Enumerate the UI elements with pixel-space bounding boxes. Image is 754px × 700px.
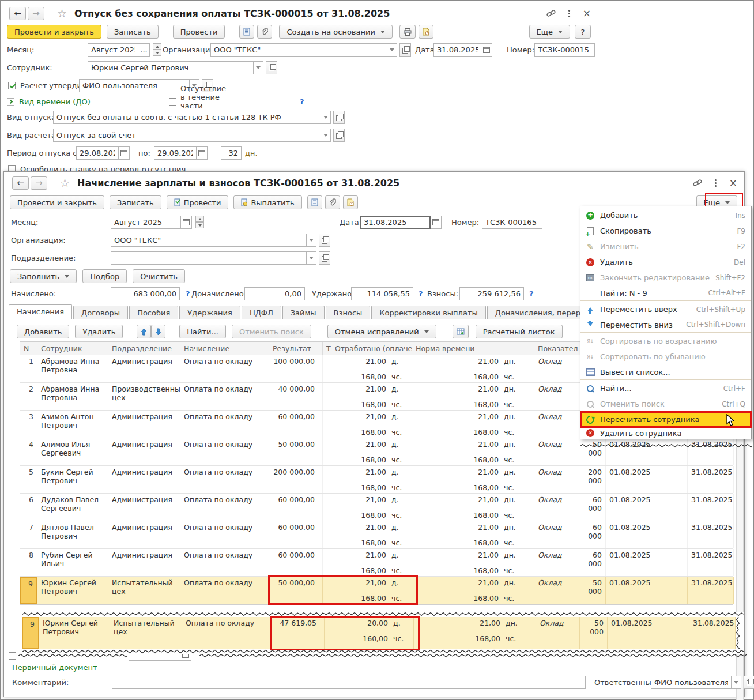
period-days-field[interactable] — [221, 146, 242, 160]
calc-kind-dropdown[interactable] — [321, 129, 331, 142]
leave-kind-open-button[interactable] — [333, 111, 345, 124]
pick-button[interactable]: Подбор — [82, 269, 127, 283]
absence-help-icon[interactable]: ? — [300, 97, 304, 106]
move-up-button[interactable] — [137, 325, 151, 338]
org-open-button[interactable] — [399, 43, 411, 57]
menu-item[interactable]: Удалить Del — [580, 254, 751, 270]
menu-item[interactable]: Переместить вниз Ctrl+Shift+Down — [580, 317, 751, 333]
employee-dropdown[interactable] — [254, 61, 263, 74]
row-add-button[interactable]: Добавить — [17, 325, 69, 338]
leave-kind-dropdown[interactable] — [321, 111, 331, 124]
forward-button-2[interactable]: → — [31, 176, 47, 190]
withheld-help-icon[interactable]: ? — [419, 289, 423, 298]
pay-slip-button[interactable]: Расчетный листок — [476, 325, 563, 338]
menu-item[interactable]: Сортировать по убыванию — [580, 349, 751, 364]
menu-item[interactable]: Изменить F2 — [580, 239, 751, 254]
comment-input[interactable] — [112, 676, 586, 689]
department-field[interactable] — [111, 251, 307, 265]
column-header[interactable]: Начисление — [180, 342, 269, 355]
forward-button[interactable]: → — [28, 7, 44, 20]
period-from-field[interactable] — [76, 146, 119, 160]
responsible-open-button[interactable] — [744, 676, 754, 689]
post-button-2[interactable]: Провести — [167, 195, 229, 209]
tab[interactable]: Взносы — [326, 306, 371, 319]
month-spinner[interactable] — [153, 43, 161, 56]
menu-item[interactable]: Удалить сотрудника — [580, 427, 751, 439]
absence-part-shift-checkbox[interactable] — [169, 98, 176, 106]
move-down-button[interactable] — [151, 325, 165, 338]
save-button[interactable]: Записать — [107, 25, 159, 39]
pay-button[interactable]: Выплатить — [233, 195, 301, 209]
tab[interactable]: НДФЛ — [242, 306, 281, 319]
menu-item[interactable]: Закончить редактирование Shift+F2 — [580, 270, 751, 285]
date-calendar-icon-2[interactable] — [431, 216, 442, 229]
menu-item[interactable]: Отменить поиск Ctrl+Q — [580, 396, 751, 412]
number-field[interactable] — [534, 43, 595, 57]
time-kind-group-label[interactable]: Вид времени (ДО) — [19, 97, 91, 106]
recalculated-row[interactable]: 9 Юркин Сергей Петрович Испытательный це… — [22, 617, 736, 649]
date-field-2[interactable] — [360, 216, 431, 229]
close-icon-2[interactable]: × — [729, 177, 737, 189]
month-spinner-2[interactable] — [195, 216, 204, 228]
responsible-dropdown[interactable] — [732, 676, 741, 689]
register-records-button-2[interactable] — [307, 195, 322, 209]
attachments-icon[interactable] — [257, 25, 272, 39]
post-button[interactable]: Провести — [173, 25, 225, 39]
table-row[interactable]: 8 Рубин Сергей Ильич Администрация Оплат… — [20, 549, 733, 577]
more-button[interactable]: Еще — [529, 25, 570, 39]
tab[interactable]: Корректировки выплаты — [371, 306, 485, 319]
org-field-2[interactable] — [111, 234, 307, 247]
menu-item[interactable]: Переместить вверх Ctrl+Shift+Up — [580, 302, 751, 317]
department-dropdown[interactable] — [307, 251, 316, 265]
month-calendar-icon-2[interactable] — [181, 216, 192, 229]
approved-checkbox[interactable] — [8, 82, 16, 89]
save-button-2[interactable]: Записать — [110, 195, 161, 209]
table-row[interactable]: 7 Дятлов Павел Петрович Администрация Оп… — [20, 521, 733, 549]
column-header[interactable]: N — [20, 342, 37, 355]
date-calendar-icon[interactable] — [481, 43, 492, 57]
column-header[interactable]: Подразделение — [108, 342, 180, 355]
column-header[interactable]: Т. — [323, 342, 331, 355]
menu-item[interactable]: Найти: N - 9 Ctrl+Alt+F — [580, 285, 751, 301]
report-icon-2[interactable] — [343, 195, 358, 209]
more-dots-icon-2[interactable] — [715, 182, 717, 184]
table-settings-icon[interactable] — [453, 325, 469, 338]
date-field[interactable] — [433, 43, 481, 57]
employee-field[interactable] — [88, 61, 254, 74]
more-dots-icon[interactable] — [568, 13, 570, 14]
table-row[interactable]: 9 Юркин Сергей Петрович Испытательный це… — [20, 577, 733, 604]
table-row[interactable]: 5 Букин Сергей Петрович Администрация Оп… — [20, 466, 733, 494]
org-dropdown[interactable] — [387, 43, 397, 57]
contributions-help-icon[interactable]: ? — [529, 289, 534, 298]
cancel-search-button[interactable]: Отменить поиск — [232, 325, 311, 338]
column-header[interactable]: Показатели — [534, 342, 578, 355]
approved-field[interactable] — [79, 79, 190, 92]
help-button[interactable]: ? — [575, 25, 591, 39]
tab[interactable]: Пособия — [129, 306, 178, 319]
tab[interactable]: Договоры — [73, 306, 128, 319]
back-button[interactable]: ← — [9, 7, 26, 20]
clear-button[interactable]: Очистить — [133, 269, 185, 283]
report-icon[interactable] — [419, 25, 433, 39]
create-based-on-button[interactable]: Создать на основании — [279, 25, 392, 39]
column-header[interactable]: Сотрудник — [37, 342, 108, 355]
month-more-button[interactable]: ... — [138, 43, 150, 57]
tab[interactable]: Удержания — [179, 306, 240, 319]
post-and-close-button[interactable]: Провести и закрыть — [7, 25, 101, 39]
employee-open-button[interactable] — [266, 61, 277, 74]
menu-item[interactable]: Сортировать по возрастанию — [580, 333, 751, 349]
column-header[interactable]: Результат — [269, 342, 323, 355]
print-icon[interactable] — [399, 25, 416, 39]
period-from-calendar-icon[interactable] — [119, 146, 130, 160]
period-to-calendar-icon[interactable] — [197, 146, 208, 160]
org-dropdown-2[interactable] — [307, 234, 316, 247]
org-open-button-2[interactable] — [319, 234, 330, 247]
tab[interactable]: Займы — [282, 306, 325, 319]
favorite-star-icon-2[interactable]: ☆ — [60, 176, 70, 189]
leave-kind-field[interactable] — [53, 111, 321, 124]
link-icon-2[interactable] — [693, 178, 702, 187]
month-field-2[interactable] — [111, 216, 181, 229]
back-button-2[interactable]: ← — [12, 176, 29, 190]
column-header[interactable]: Норма времени — [412, 342, 534, 355]
period-to-field[interactable] — [154, 146, 197, 160]
